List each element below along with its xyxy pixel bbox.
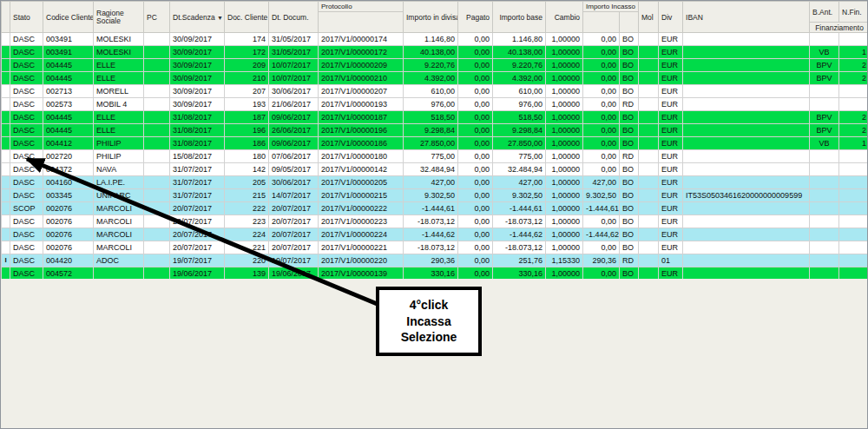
col-cambio[interactable]: Cambio [546,2,583,33]
cell-incasso[interactable]: 9.302,50 [583,189,620,202]
cell-bant[interactable] [810,215,839,228]
cell-pc[interactable] [144,98,170,111]
cell-mol[interactable] [639,163,659,176]
cell-nfin[interactable] [839,215,868,228]
cell-pc[interactable] [144,72,170,85]
cell-protocollo[interactable]: 2017/V1/00000172 [319,46,404,59]
cell-stato[interactable]: DASC [10,215,43,228]
cell-doccli[interactable]: 186 [225,137,269,150]
cell-impbase[interactable]: 32.484,94 [493,163,546,176]
cell-dtdoc[interactable]: 20/07/2017 [269,228,319,241]
cell-pagato[interactable]: 0,00 [458,137,493,150]
cell-impbase[interactable]: -1.444,62 [493,228,546,241]
cell-stato[interactable]: DASC [10,189,43,202]
cell-div[interactable]: EUR [659,202,683,215]
cell-bant[interactable] [810,176,839,189]
cell-doccli[interactable]: 207 [225,85,269,98]
cell-div[interactable]: EUR [659,98,683,111]
cell-bant[interactable] [810,254,839,267]
cell-pagato[interactable]: 0,00 [458,254,493,267]
cell-dtscad[interactable]: 19/07/2017 [170,254,225,267]
cell-doccli[interactable]: 223 [225,215,269,228]
cell-pagato[interactable]: 0,00 [458,215,493,228]
cell-codice[interactable]: 002076 [43,228,94,241]
col-n-fin[interactable]: N.Fin. [839,2,868,23]
table-row[interactable]: DASC002573MOBIL 430/09/201719321/06/2017… [2,98,868,111]
cell-mol[interactable] [639,150,659,163]
cell-cambio[interactable]: 1,00000 [546,215,583,228]
cell-cambio[interactable]: 1,00000 [546,59,583,72]
cell-mol[interactable] [639,98,659,111]
cell-ragione[interactable]: UNIFARC [94,189,144,202]
cell-pc[interactable] [144,33,170,46]
cell-iban[interactable] [683,228,810,241]
cell-stato[interactable]: DASC [10,111,43,124]
col-iban[interactable]: IBAN [683,2,810,33]
cell-cambio[interactable]: 1,00000 [546,111,583,124]
cell-codice[interactable]: 004445 [43,124,94,137]
cell-cambio[interactable]: 1,00000 [546,150,583,163]
cell-nfin[interactable]: 1 [839,46,868,59]
cell-ragione[interactable]: MARCOLI [94,215,144,228]
cell-impdiv[interactable]: 610,00 [404,85,458,98]
cell-mol[interactable] [639,111,659,124]
cell-div[interactable]: EUR [659,150,683,163]
cell-bant[interactable] [810,98,839,111]
cell-nfin[interactable]: 1 [839,137,868,150]
cell-div[interactable]: EUR [659,46,683,59]
cell-pagato[interactable]: 0,00 [458,189,493,202]
cell-codice[interactable]: 002573 [43,98,94,111]
cell-cambio[interactable]: 1,00000 [546,33,583,46]
cell-bant[interactable] [810,202,839,215]
cell-div[interactable]: EUR [659,241,683,254]
table-row[interactable]: DASC002076MARCOLI20/07/201722420/07/2017… [2,228,868,241]
cell-ragione[interactable] [94,267,144,280]
cell-ragione[interactable]: ELLE [94,124,144,137]
cell-ragione[interactable]: NAVA [94,163,144,176]
cell-impbase[interactable]: 9.220,76 [493,59,546,72]
cell-incasso[interactable]: 0,00 [583,163,620,176]
cell-doccli[interactable]: 174 [225,33,269,46]
cell-iban[interactable] [683,254,810,267]
cell-iban[interactable] [683,59,810,72]
cell-iban[interactable] [683,215,810,228]
cell-impdiv[interactable]: 9.298,84 [404,124,458,137]
col-stato[interactable]: Stato [10,2,43,33]
cell-mode[interactable]: BO [620,111,639,124]
cell-stato[interactable]: DASC [10,59,43,72]
cell-codice[interactable]: 002076 [43,215,94,228]
cell-protocollo[interactable]: 2017/V1/00000220 [319,254,404,267]
cell-dtscad[interactable]: 15/08/2017 [170,150,225,163]
cell-div[interactable]: EUR [659,228,683,241]
cell-dtdoc[interactable]: 20/07/2017 [269,241,319,254]
cell-protocollo[interactable]: 2017/V1/00000224 [319,228,404,241]
cell-dtscad[interactable]: 20/07/2017 [170,215,225,228]
cell-dtdoc[interactable]: 07/06/2017 [269,150,319,163]
cell-marker[interactable] [2,176,10,189]
cell-div[interactable]: EUR [659,111,683,124]
cell-impbase[interactable]: 518,50 [493,111,546,124]
cell-protocollo[interactable]: 2017/V1/00000222 [319,202,404,215]
cell-marker[interactable]: I [2,254,10,267]
cell-mol[interactable] [639,228,659,241]
cell-dtscad[interactable]: 31/08/2017 [170,124,225,137]
cell-pc[interactable] [144,189,170,202]
cell-stato[interactable]: DASC [10,46,43,59]
cell-codice[interactable]: 004445 [43,72,94,85]
cell-pagato[interactable]: 0,00 [458,46,493,59]
cell-iban[interactable] [683,111,810,124]
cell-dtdoc[interactable]: 19/06/2017 [269,267,319,280]
cell-cambio[interactable]: 1,00000 [546,46,583,59]
cell-protocollo[interactable]: 2017/V1/00000209 [319,59,404,72]
cell-impdiv[interactable]: 427,00 [404,176,458,189]
cell-bant[interactable] [810,267,839,280]
cell-pagato[interactable]: 0,00 [458,150,493,163]
cell-bant[interactable] [810,33,839,46]
cell-marker[interactable] [2,72,10,85]
cell-incasso[interactable]: 0,00 [583,46,620,59]
cell-dtscad[interactable]: 31/07/2017 [170,176,225,189]
cell-impdiv[interactable]: -1.444,62 [404,228,458,241]
cell-doccli[interactable]: 142 [225,163,269,176]
table-row[interactable]: DASC002720PHILIP15/08/201718007/06/20172… [2,150,868,163]
cell-impbase[interactable]: 251,76 [493,254,546,267]
